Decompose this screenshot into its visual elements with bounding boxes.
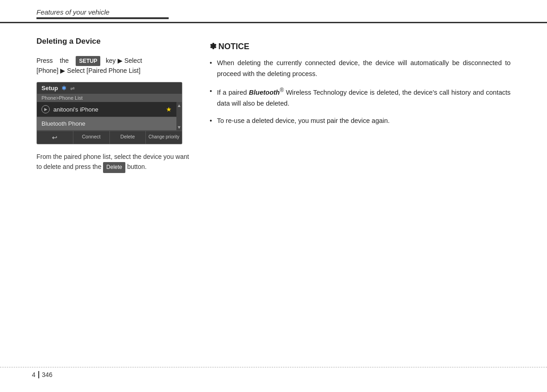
key-text: key ▶ Select xyxy=(106,57,142,64)
list-item-iphone: ▶ anitooni's iPhone ★ xyxy=(37,102,176,117)
ui-change-priority-button[interactable]: Change priority xyxy=(146,131,182,144)
setup-badge: SETUP xyxy=(76,56,100,66)
content-area: Deleting a Device Press the SETUP key ▶ … xyxy=(0,37,547,173)
left-column: Deleting a Device Press the SETUP key ▶ … xyxy=(36,37,191,173)
notice-item-1-text: When deleting the currently connected de… xyxy=(217,59,511,77)
notice-item-2-text: If a paired Bluetooth® Wireless Technolo… xyxy=(217,89,511,107)
header-underline xyxy=(36,17,169,19)
notice-box: ✽ NOTICE When deleting the currently con… xyxy=(210,37,511,137)
registered-symbol: ® xyxy=(280,87,284,93)
play-icon: ▶ xyxy=(41,105,50,113)
bluetooth-icon: ✱ xyxy=(62,85,67,92)
iphone-label: anitooni's iPhone xyxy=(53,106,98,113)
bluetooth-phone-label: Bluetooth Phone xyxy=(41,120,85,127)
ui-delete-button[interactable]: Delete xyxy=(110,131,146,144)
delete-badge-inline: Delete xyxy=(103,162,125,173)
notice-item-1: When deleting the currently connected de… xyxy=(210,58,511,80)
section-title: Deleting a Device xyxy=(36,37,191,46)
ui-back-button[interactable]: ↩ xyxy=(37,131,73,144)
ui-list-row: ▶ anitooni's iPhone ★ Bluetooth Phone ▲ … xyxy=(37,102,182,131)
header-title: Features of your vehicle xyxy=(36,8,109,16)
star-icon: ★ xyxy=(166,106,172,113)
notice-title: ✽ NOTICE xyxy=(210,41,511,51)
press-instruction: Press the SETUP key ▶ Select [Phone] ▶ S… xyxy=(36,56,191,76)
wifi-icon: ⇌ xyxy=(70,85,75,92)
ui-list-content: ▶ anitooni's iPhone ★ Bluetooth Phone xyxy=(37,102,176,131)
phone-select-text: [Phone] ▶ Select [Paired Phone List] xyxy=(36,67,140,74)
ui-bottom-bar: ↩ Connect Delete Change priority xyxy=(37,131,182,144)
scroll-down-arrow: ▼ xyxy=(177,125,181,130)
ui-titlebar: Setup ✱ ⇌ xyxy=(37,82,182,94)
ui-connect-button[interactable]: Connect xyxy=(73,131,110,144)
ui-subtitle: Phone>Phone List xyxy=(37,94,182,102)
notice-item-2: If a paired Bluetooth® Wireless Technolo… xyxy=(210,86,511,109)
notice-list: When deleting the currently connected de… xyxy=(210,58,511,126)
notice-item-3: To re-use a deleted device, you must pai… xyxy=(210,116,511,127)
from-instruction-text-2: button. xyxy=(127,163,147,170)
ui-setup-label: Setup xyxy=(41,85,58,92)
list-item-bluetooth-phone: Bluetooth Phone xyxy=(37,117,176,131)
notice-item-3-text: To re-use a deleted device, you must pai… xyxy=(217,117,390,124)
page-header: Features of your vehicle xyxy=(0,0,547,23)
notice-asterisk-icon: ✽ xyxy=(210,41,217,51)
bluetooth-brand: Bluetooth xyxy=(249,89,280,96)
ui-scrollbar: ▲ ▼ xyxy=(176,102,182,131)
from-instruction: From the paired phone list, select the d… xyxy=(36,152,191,173)
scroll-up-arrow: ▲ xyxy=(177,103,181,108)
notice-title-text: NOTICE xyxy=(218,42,249,51)
footer-page-number: 4 346 xyxy=(32,371,52,378)
ui-screenshot: Setup ✱ ⇌ Phone>Phone List ▶ anitooni's … xyxy=(36,82,182,144)
footer-page: 346 xyxy=(39,371,52,378)
right-column: ✽ NOTICE When deleting the currently con… xyxy=(210,37,511,173)
page-footer: 4 346 xyxy=(0,367,547,378)
footer-chapter: 4 xyxy=(32,371,39,378)
